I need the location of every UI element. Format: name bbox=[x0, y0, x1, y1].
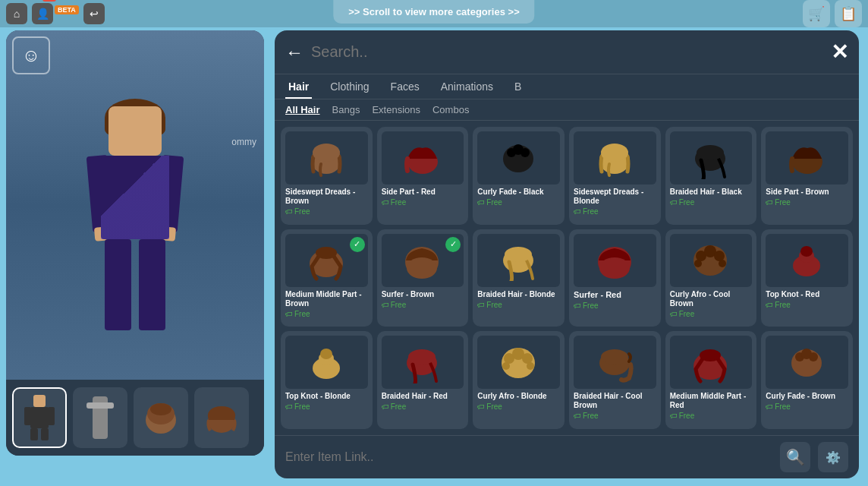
tab-clothing[interactable]: Clothing bbox=[327, 74, 372, 99]
undo-icon[interactable]: ↩ bbox=[83, 3, 105, 24]
item-card[interactable]: Curly Fade - Black🏷Free bbox=[473, 127, 565, 225]
item-card[interactable]: Braided Hair - Blonde🏷Free bbox=[473, 229, 565, 327]
price-label: Free bbox=[294, 402, 310, 411]
price-tag-icon: 🏷 bbox=[670, 412, 678, 420]
item-name: Surfer - Red bbox=[574, 290, 656, 300]
item-price: 🏷Free bbox=[766, 402, 848, 411]
settings-button[interactable]: ⚙️ bbox=[818, 442, 848, 472]
thumb-item-hair1[interactable] bbox=[134, 387, 188, 448]
item-price: 🏷Free bbox=[477, 402, 560, 411]
subtab-extensions[interactable]: Extensions bbox=[372, 104, 420, 115]
price-tag-icon: 🏷 bbox=[574, 301, 581, 310]
thumb-item-body[interactable] bbox=[12, 387, 67, 448]
price-tag-icon: 🏷 bbox=[766, 402, 773, 411]
item-image bbox=[574, 234, 656, 287]
item-card[interactable]: Curly Afro - Blonde🏷Free bbox=[473, 331, 565, 429]
item-name: Curly Fade - Black bbox=[477, 188, 560, 197]
item-card[interactable]: Braided Hair - Black🏷Free bbox=[665, 127, 757, 225]
item-name: Sideswept Dreads - Brown bbox=[285, 188, 368, 206]
price-label: Free bbox=[486, 301, 502, 309]
item-card[interactable]: Surfer - Red🏷Free bbox=[569, 229, 661, 327]
tab-hair[interactable]: Hair bbox=[285, 74, 312, 99]
char-body bbox=[101, 156, 169, 239]
item-name: Curly Afro - Blonde bbox=[477, 392, 560, 401]
svg-rect-3 bbox=[48, 407, 55, 425]
price-label: Free bbox=[679, 198, 695, 207]
tab-more[interactable]: B bbox=[511, 74, 524, 99]
item-card[interactable]: Sideswept Dreads - Blonde🏷Free bbox=[569, 127, 661, 225]
back-button[interactable]: ← bbox=[285, 42, 303, 63]
item-card[interactable]: Sideswept Dreads - Brown🏷Free bbox=[281, 127, 373, 225]
thumb-item-hair2[interactable] bbox=[194, 387, 249, 448]
price-tag-icon: 🏷 bbox=[574, 412, 581, 420]
price-tag-icon: 🏷 bbox=[477, 402, 485, 411]
face-icon-button[interactable]: ☺ bbox=[12, 36, 50, 74]
close-button[interactable]: ✕ bbox=[831, 39, 848, 65]
scroll-banner: >> Scroll to view more categories >> bbox=[333, 0, 534, 24]
tab-faces[interactable]: Faces bbox=[388, 74, 423, 99]
tab-animations[interactable]: Animations bbox=[438, 74, 496, 99]
item-card[interactable]: Side Part - Brown🏷Free bbox=[761, 127, 853, 225]
subtab-bangs[interactable]: Bangs bbox=[332, 104, 360, 115]
thumbnail-strip bbox=[6, 380, 264, 456]
profile-icon[interactable]: 👤 46 bbox=[32, 3, 53, 24]
item-price: 🏷Free bbox=[382, 301, 464, 309]
price-label: Free bbox=[775, 198, 791, 207]
item-image bbox=[477, 336, 560, 389]
check-badge: ✓ bbox=[445, 237, 461, 252]
price-tag-icon: 🏷 bbox=[670, 310, 678, 318]
item-card[interactable]: ✓Surfer - Brown🏷Free bbox=[377, 229, 469, 327]
item-price: 🏷Free bbox=[766, 198, 848, 207]
item-name: Medium Middle Part - Red bbox=[670, 392, 753, 410]
bottom-bar: 🔍 ⚙️ bbox=[275, 435, 859, 478]
top-bar: ⌂ 👤 46 BETA ↩ >> Scroll to view more cat… bbox=[0, 0, 868, 27]
item-card[interactable]: Curly Afro - Cool Brown🏷Free bbox=[665, 229, 757, 327]
price-label: Free bbox=[391, 301, 407, 309]
item-image bbox=[670, 131, 753, 185]
char-head bbox=[108, 106, 162, 156]
item-name: Medium Middle Part - Brown bbox=[285, 290, 368, 308]
price-label: Free bbox=[486, 402, 502, 411]
cart-button[interactable]: 🛒 bbox=[803, 0, 830, 27]
svg-point-20 bbox=[601, 144, 628, 162]
item-image bbox=[766, 131, 848, 185]
item-link-input[interactable] bbox=[285, 450, 772, 464]
price-tag-icon: 🏷 bbox=[766, 198, 773, 207]
price-label: Free bbox=[775, 402, 791, 411]
item-card[interactable]: Braided Hair - Cool Brown🏷Free bbox=[569, 331, 661, 429]
search-input[interactable] bbox=[311, 43, 823, 61]
item-price: 🏷Free bbox=[285, 402, 368, 411]
thumb-item-outfit[interactable] bbox=[73, 387, 127, 448]
item-name: Curly Fade - Brown bbox=[766, 392, 848, 401]
sub-category-tabs: All Hair Bangs Extensions Combos bbox=[275, 99, 859, 121]
item-card[interactable]: Curly Fade - Brown🏷Free bbox=[761, 331, 853, 429]
clipboard-button[interactable]: 📋 bbox=[835, 0, 862, 27]
svg-point-59 bbox=[809, 352, 818, 361]
category-tabs: Hair Clothing Faces Animations B bbox=[275, 74, 859, 99]
item-price: 🏷Free bbox=[574, 412, 656, 420]
character-panel: ☺ ommy bbox=[6, 30, 264, 456]
item-card[interactable]: Top Knot - Red🏷Free bbox=[761, 229, 853, 327]
item-name: Top Knot - Blonde bbox=[285, 392, 368, 401]
home-icon[interactable]: ⌂ bbox=[6, 3, 27, 24]
price-label: Free bbox=[294, 207, 310, 216]
svg-point-10 bbox=[150, 403, 171, 415]
svg-point-55 bbox=[700, 349, 721, 361]
item-card[interactable]: Medium Middle Part - Red🏷Free bbox=[665, 331, 757, 429]
price-label: Free bbox=[679, 412, 695, 420]
subtab-combos[interactable]: Combos bbox=[432, 104, 469, 115]
subtab-all-hair[interactable]: All Hair bbox=[285, 104, 320, 115]
price-tag-icon: 🏷 bbox=[477, 301, 485, 309]
price-label: Free bbox=[679, 310, 695, 318]
search-bar: ← ✕ bbox=[275, 30, 859, 74]
item-card[interactable]: Braided Hair - Red🏷Free bbox=[377, 331, 469, 429]
svg-point-43 bbox=[320, 349, 332, 359]
item-price: 🏷Free bbox=[477, 301, 560, 309]
item-card[interactable]: Side Part - Red🏷Free bbox=[377, 127, 469, 225]
zoom-button[interactable]: 🔍 bbox=[780, 442, 810, 472]
price-label: Free bbox=[294, 310, 310, 318]
price-label: Free bbox=[583, 301, 599, 310]
item-card[interactable]: ✓Medium Middle Part - Brown🏷Free bbox=[281, 229, 373, 327]
notification-badge: 46 bbox=[42, 0, 56, 2]
item-card[interactable]: Top Knot - Blonde🏷Free bbox=[281, 331, 373, 429]
